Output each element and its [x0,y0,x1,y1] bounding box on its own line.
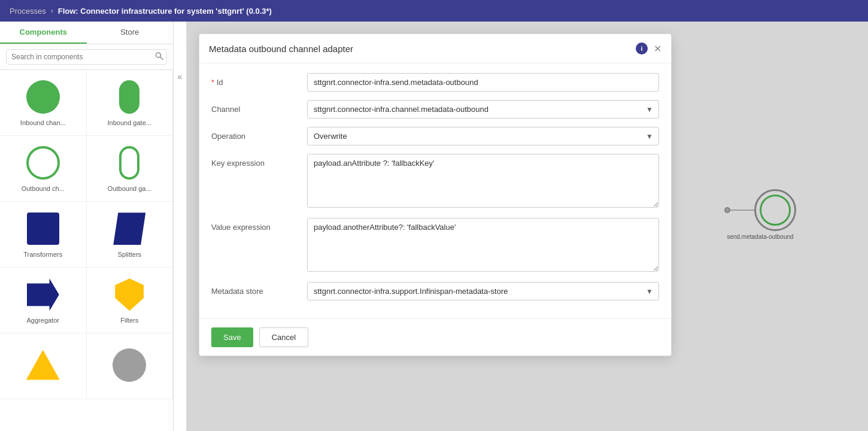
save-button[interactable]: Save [211,327,253,347]
channel-select-wrapper: sttgnrt.connector-infra.channel.metadata… [307,100,659,119]
filters-label: Filters [120,316,138,324]
form-row-key-expression: Key expression payload.anAttribute ?: 'f… [211,154,659,210]
form-row-metadata-store: Metadata store sttgnrt.connector-infra.s… [211,282,659,301]
inbound-gate-icon [113,80,146,114]
comp10-icon [113,348,146,382]
outbound-ch-label: Outbound ch... [22,184,65,193]
operation-select-wrapper: Overwrite Put Get Remove ▼ [307,127,659,145]
sidebar-item-inbound-gate[interactable]: Inbound gate... [87,70,174,136]
sidebar-item-comp10[interactable] [87,333,174,399]
collapse-button[interactable]: « [175,69,185,84]
sidebar-item-outbound-ch[interactable]: Outbound ch... [0,136,87,202]
component-grid: Inbound chan... Inbound gate... Outbound… [0,70,173,399]
sidebar-collapse[interactable]: « [174,22,187,431]
value-expression-textarea[interactable]: payload.anotherAttribute?: 'fallbackValu… [307,218,659,272]
modal: Metadata outbound channel adapter i ✕ Id [199,34,672,356]
sidebar-item-filters[interactable]: Filters [87,268,174,333]
modal-overlay: Metadata outbound channel adapter i ✕ Id [187,22,868,431]
channel-select[interactable]: sttgnrt.connector-infra.channel.metadata… [307,100,659,119]
sidebar-scroll: Inbound chan... Inbound gate... Outbound… [0,70,173,431]
tab-store[interactable]: Store [87,22,174,44]
form-row-channel: Channel sttgnrt.connector-infra.channel.… [211,100,659,119]
key-expression-control: payload.anAttribute ?: 'fallbackKey' [307,154,659,210]
modal-header-icons: i ✕ [636,43,661,54]
sidebar-item-transformers[interactable]: Transformers [0,202,87,268]
sidebar-item-comp9[interactable] [0,333,87,399]
close-icon[interactable]: ✕ [654,43,661,54]
sidebar-search-area [0,44,173,70]
transformers-icon [26,212,60,245]
sidebar: Components Store [0,22,174,431]
form-row-id: Id [211,73,659,92]
transformers-label: Transformers [23,250,62,259]
form-row-operation: Operation Overwrite Put Get Remove ▼ [211,127,659,145]
main-layout: Components Store [0,22,868,431]
id-control [307,73,659,92]
sidebar-tabs: Components Store [0,22,173,44]
form-row-value-expression: Value expression payload.anotherAttribut… [211,218,659,274]
outbound-ga-label: Outbound ga... [108,184,151,193]
processes-link[interactable]: Processes [10,7,46,16]
aggregator-icon [26,278,60,311]
sidebar-item-inbound-chan[interactable]: Inbound chan... [0,70,87,136]
operation-control: Overwrite Put Get Remove ▼ [307,127,659,145]
inbound-chan-label: Inbound chan... [20,119,66,127]
value-expression-control: payload.anotherAttribute?: 'fallbackValu… [307,218,659,274]
metadata-store-select-wrapper: sttgnrt.connector-infra.support.Infinisp… [307,282,659,301]
metadata-store-control: sttgnrt.connector-infra.support.Infinisp… [307,282,659,301]
metadata-store-select[interactable]: sttgnrt.connector-infra.support.Infinisp… [307,282,659,301]
id-input[interactable] [307,73,659,92]
filters-icon [113,278,146,311]
cancel-button[interactable]: Cancel [259,327,308,347]
aggregator-label: Aggregator [27,316,59,324]
svg-line-1 [160,57,163,60]
sidebar-item-aggregator[interactable]: Aggregator [0,268,87,333]
splitters-label: Splitters [117,250,141,259]
modal-header: Metadata outbound channel adapter i ✕ [199,34,671,63]
canvas-area[interactable]: send.metadata-outbound Metadata outbound… [187,22,868,431]
info-icon[interactable]: i [636,43,648,54]
sidebar-item-outbound-ga[interactable]: Outbound ga... [87,136,174,202]
id-label: Id [211,73,307,87]
search-icon[interactable] [155,52,163,62]
breadcrumb-separator: › [51,7,53,15]
modal-title: Metadata outbound channel adapter [209,44,353,54]
splitters-icon [113,212,146,245]
operation-select[interactable]: Overwrite Put Get Remove [307,127,659,145]
channel-control: sttgnrt.connector-infra.channel.metadata… [307,100,659,119]
comp9-icon [26,348,60,382]
inbound-gate-label: Inbound gate... [108,119,151,127]
search-wrapper [6,49,167,65]
topbar: Processes › Flow: Connector infrastructu… [0,0,868,22]
flow-title: Flow: Connector infrastructure for syste… [58,7,272,16]
key-expression-textarea[interactable]: payload.anAttribute ?: 'fallbackKey' [307,154,659,208]
key-expression-label: Key expression [211,154,307,168]
operation-label: Operation [211,127,307,141]
modal-footer: Save Cancel [199,318,671,356]
value-expression-label: Value expression [211,218,307,232]
outbound-ga-icon [113,146,146,180]
search-input[interactable] [6,49,167,65]
modal-body: Id Channel sttgnrt.connector-infra.chann… [199,63,671,318]
metadata-store-label: Metadata store [211,282,307,296]
channel-label: Channel [211,100,307,114]
inbound-chan-icon [26,80,60,114]
sidebar-item-splitters[interactable]: Splitters [87,202,174,268]
tab-components[interactable]: Components [0,22,87,44]
outbound-ch-icon [26,146,60,180]
